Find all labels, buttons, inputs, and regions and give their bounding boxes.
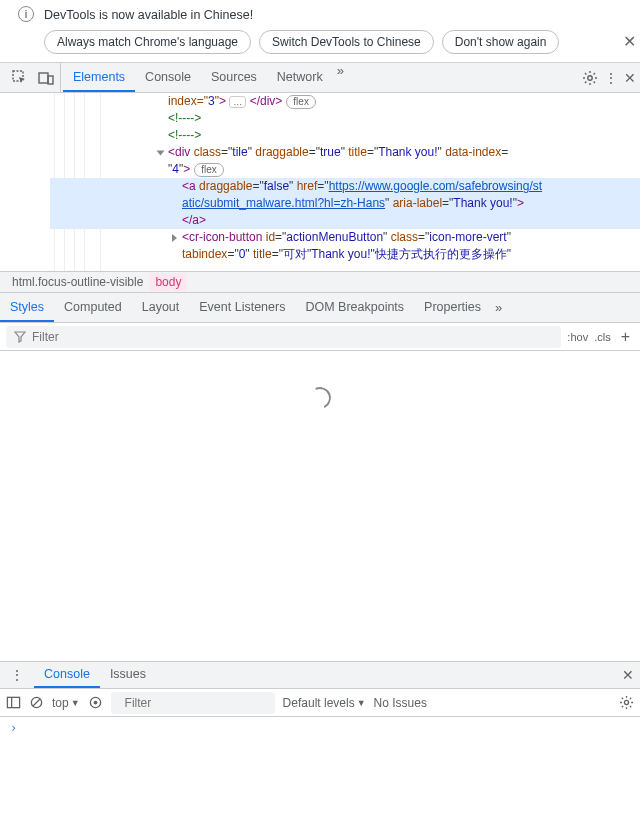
- svg-rect-1: [39, 73, 48, 83]
- styles-filter-input[interactable]: [32, 330, 553, 344]
- info-icon: [18, 6, 34, 22]
- no-issues-label: No Issues: [374, 696, 427, 710]
- twisty-icon[interactable]: [172, 234, 177, 242]
- hov-toggle[interactable]: :hov: [567, 331, 588, 343]
- crumb-body[interactable]: body: [149, 273, 187, 291]
- language-infobar: DevTools is now available in Chinese! Al…: [0, 0, 640, 63]
- gear-icon[interactable]: [582, 70, 598, 86]
- console-filter-input[interactable]: [125, 696, 275, 710]
- svg-point-10: [624, 700, 628, 704]
- main-toolbar: Elements Console Sources Network » ⋮ ✕: [0, 63, 640, 93]
- dom-tree[interactable]: index="3"> … </div>flex <!----> <!----> …: [0, 93, 640, 271]
- styles-sub-tabs: Styles Computed Layout Event Listeners D…: [0, 293, 640, 323]
- console-body[interactable]: ›: [0, 717, 640, 787]
- subtab-properties[interactable]: Properties: [414, 293, 491, 322]
- console-settings-icon[interactable]: [619, 695, 634, 710]
- svg-point-3: [588, 75, 592, 79]
- cls-toggle[interactable]: .cls: [594, 331, 611, 343]
- loading-spinner-icon: [306, 384, 334, 412]
- svg-rect-4: [7, 697, 19, 707]
- infobar-message: DevTools is now available in Chinese!: [44, 6, 632, 24]
- dont-show-button[interactable]: Don't show again: [442, 30, 560, 54]
- new-style-rule-button[interactable]: +: [617, 328, 634, 346]
- svg-line-7: [33, 699, 41, 707]
- switch-language-button[interactable]: Switch DevTools to Chinese: [259, 30, 434, 54]
- inspect-icon[interactable]: [12, 70, 28, 86]
- flex-badge[interactable]: flex: [194, 163, 224, 177]
- sidebar-toggle-icon[interactable]: [6, 695, 21, 710]
- context-selector[interactable]: top▼: [52, 696, 80, 710]
- styles-filter-bar: :hov .cls +: [0, 323, 640, 351]
- subtab-computed[interactable]: Computed: [54, 293, 132, 322]
- styles-pane: [0, 351, 640, 661]
- subtab-event-listeners[interactable]: Event Listeners: [189, 293, 295, 322]
- subtab-styles[interactable]: Styles: [0, 293, 54, 322]
- tab-console[interactable]: Console: [135, 63, 201, 92]
- twisty-icon[interactable]: [157, 151, 165, 156]
- drawer-tab-console[interactable]: Console: [34, 662, 100, 688]
- subtab-layout[interactable]: Layout: [132, 293, 190, 322]
- more-tabs-icon[interactable]: »: [333, 63, 344, 92]
- drawer-tab-issues[interactable]: Issues: [100, 662, 156, 688]
- tab-network[interactable]: Network: [267, 63, 333, 92]
- log-levels-selector[interactable]: Default levels▼: [283, 696, 366, 710]
- tab-elements[interactable]: Elements: [63, 63, 135, 92]
- close-icon[interactable]: ✕: [623, 32, 636, 51]
- device-toggle-icon[interactable]: [38, 70, 54, 86]
- filter-icon: [14, 331, 26, 343]
- tab-sources[interactable]: Sources: [201, 63, 267, 92]
- subtab-dom-breakpoints[interactable]: DOM Breakpoints: [295, 293, 414, 322]
- drawer-menu-icon[interactable]: ⋮: [0, 667, 34, 683]
- crumb-html[interactable]: html.focus-outline-visible: [6, 273, 149, 291]
- close-drawer-icon[interactable]: ✕: [622, 667, 640, 683]
- close-devtools-icon[interactable]: ✕: [624, 70, 636, 86]
- svg-point-9: [93, 701, 97, 705]
- drawer-tabs: ⋮ Console Issues ✕: [0, 661, 640, 689]
- svg-rect-2: [48, 76, 53, 84]
- flex-badge[interactable]: flex: [286, 95, 316, 109]
- clear-console-icon[interactable]: [29, 695, 44, 710]
- more-subtabs-icon[interactable]: »: [491, 300, 502, 315]
- kebab-menu-icon[interactable]: ⋮: [604, 70, 618, 86]
- breadcrumb: html.focus-outline-visible body: [0, 271, 640, 293]
- live-expression-icon[interactable]: [88, 695, 103, 710]
- expand-ellipsis[interactable]: …: [229, 96, 246, 108]
- console-toolbar: top▼ Default levels▼ No Issues: [0, 689, 640, 717]
- console-prompt-icon: ›: [10, 721, 17, 735]
- match-language-button[interactable]: Always match Chrome's language: [44, 30, 251, 54]
